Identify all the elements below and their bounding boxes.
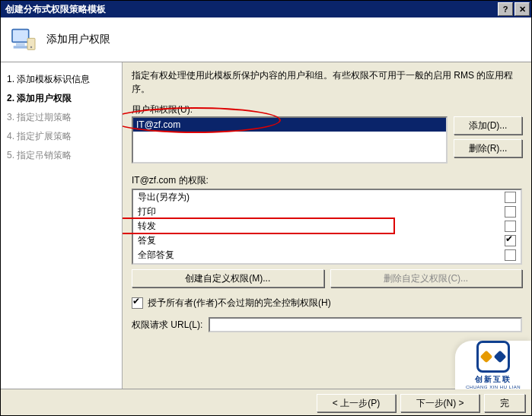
dialog-window: 创建分布式权限策略模板 ? ✕ 添加用户权限 1. 添加模板标识信息 2. 添加…: [0, 0, 532, 416]
watermark-logo-icon: [476, 341, 510, 373]
permission-row[interactable]: 全部答复: [133, 248, 521, 262]
close-button[interactable]: ✕: [514, 2, 530, 16]
checkbox-icon[interactable]: [505, 192, 516, 203]
permissions-listbox[interactable]: 导出(另存为) 打印 转发 答复 全部答复: [132, 189, 522, 265]
wizard-footer: < 上一步(P) 下一步(N) > 完: [1, 389, 531, 416]
permission-row[interactable]: 转发: [133, 219, 521, 233]
url-label: 权限请求 URL(L):: [132, 319, 202, 332]
wizard-icon: [8, 24, 39, 55]
titlebar: 创建分布式权限策略模板 ? ✕: [1, 1, 531, 17]
checkbox-icon[interactable]: [505, 221, 516, 232]
wizard-steps: 1. 添加模板标识信息 2. 添加用户权限 3. 指定过期策略 4. 指定扩展策…: [1, 62, 123, 389]
svg-rect-1: [16, 43, 25, 46]
users-listbox[interactable]: IT@zf.com: [132, 116, 448, 164]
svg-rect-0: [12, 30, 29, 43]
watermark-text-cn: 创新互联: [475, 374, 511, 385]
permission-row[interactable]: 打印: [133, 205, 521, 219]
wizard-content: 指定有权处理使用此模板所保护内容的用户和组。有些权限不可用于一般的启用 RMS …: [123, 62, 531, 389]
wizard-header-title: 添加用户权限: [46, 33, 110, 46]
permission-row[interactable]: 导出(另存为): [133, 190, 521, 205]
back-button[interactable]: < 上一步(P): [317, 394, 396, 412]
user-item-selected[interactable]: IT@zf.com: [133, 118, 446, 132]
create-custom-permission-button[interactable]: 创建自定义权限(M)...: [132, 269, 324, 287]
permissions-label: IT@zf.com 的权限:: [132, 174, 522, 187]
watermark: 创新互联 CHUANG XIN HU LIAN: [455, 341, 531, 389]
svg-point-4: [30, 46, 33, 49]
description-text: 指定有权处理使用此模板所保护内容的用户和组。有些权限不可用于一般的启用 RMS …: [132, 68, 522, 96]
help-button[interactable]: ?: [498, 2, 513, 16]
step-1[interactable]: 1. 添加模板标识信息: [5, 70, 117, 89]
checkbox-icon[interactable]: [505, 249, 516, 261]
step-3: 3. 指定过期策略: [5, 108, 117, 127]
author-full-control-checkbox[interactable]: [132, 297, 143, 309]
svg-rect-2: [14, 46, 27, 48]
next-button[interactable]: 下一步(N) >: [400, 394, 479, 412]
permission-row[interactable]: 答复: [133, 233, 521, 248]
wizard-header: 添加用户权限: [1, 17, 531, 62]
titlebar-buttons: ? ✕: [498, 2, 530, 16]
url-input[interactable]: [209, 317, 522, 332]
author-full-control-label: 授予所有者(作者)不会过期的完全控制权限(H): [148, 297, 331, 310]
watermark-text-en: CHUANG XIN HU LIAN: [466, 385, 521, 389]
step-2[interactable]: 2. 添加用户权限: [5, 89, 117, 108]
finish-button[interactable]: 完: [484, 394, 525, 412]
remove-button[interactable]: 删除(R)...: [454, 139, 522, 157]
window-title: 创建分布式权限策略模板: [5, 3, 106, 16]
users-label: 用户和权限(U):: [132, 103, 522, 116]
step-4: 4. 指定扩展策略: [5, 127, 117, 146]
checkbox-icon[interactable]: [505, 235, 516, 246]
checkbox-icon[interactable]: [505, 206, 516, 218]
step-5: 5. 指定吊销策略: [5, 146, 117, 165]
delete-custom-permission-button: 删除自定义权限(C)...: [330, 269, 523, 287]
add-button[interactable]: 添加(D)...: [454, 116, 522, 135]
